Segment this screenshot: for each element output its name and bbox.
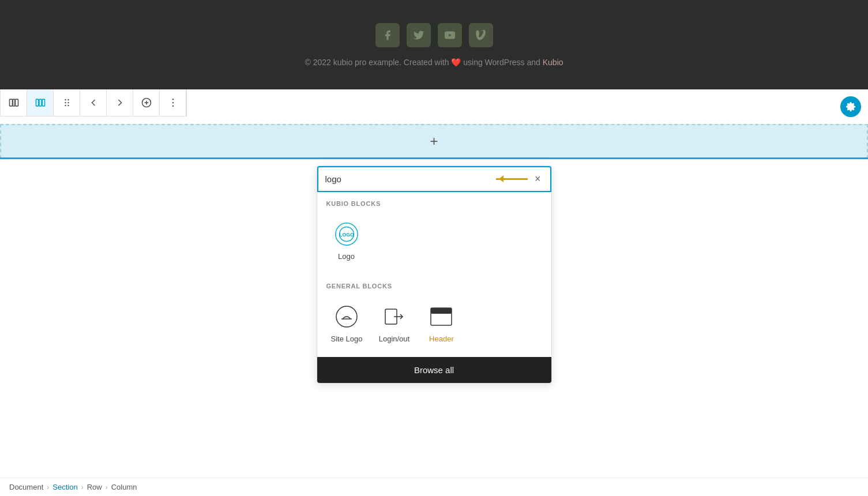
svg-point-8 <box>67 99 69 101</box>
breadcrumb-sep-3: › <box>106 483 108 491</box>
svg-point-17 <box>172 102 174 104</box>
breadcrumb-column[interactable]: Column <box>111 483 137 491</box>
general-blocks-section: GENERAL BLOCKS Site Logo <box>317 275 551 357</box>
logo-block-item[interactable]: LOGO Logo <box>326 216 367 265</box>
columns-layout-active-button[interactable] <box>27 89 54 116</box>
twitter-icon[interactable] <box>407 23 431 47</box>
breadcrumb-row[interactable]: Row <box>87 483 102 491</box>
section-divider-line <box>0 157 868 159</box>
logo-block-label: Logo <box>338 252 355 261</box>
block-search-popup: × KUBIO BLOCKS LOGO Logo <box>317 166 552 384</box>
breadcrumb-sep-1: › <box>47 483 49 491</box>
search-input-wrapper: × <box>317 166 551 192</box>
svg-point-11 <box>65 105 66 107</box>
footer-copyright: © 2022 kubio pro example. Created with ❤… <box>305 58 563 67</box>
login-out-block-icon <box>381 303 407 330</box>
navigate-forward-button[interactable] <box>107 89 133 116</box>
general-blocks-label: GENERAL BLOCKS <box>317 275 551 295</box>
login-out-block-label: Login/out <box>379 335 410 343</box>
breadcrumb-section[interactable]: Section <box>52 483 77 491</box>
kubio-blocks-grid: LOGO Logo <box>317 213 551 275</box>
svg-point-9 <box>65 102 66 104</box>
kubio-blocks-section: KUBIO BLOCKS LOGO Logo <box>317 192 551 275</box>
site-logo-block-icon <box>333 303 360 330</box>
search-input[interactable] <box>325 174 491 184</box>
header-block-item[interactable]: Header <box>421 299 461 348</box>
svg-point-18 <box>172 106 174 107</box>
svg-point-16 <box>172 99 174 100</box>
youtube-icon[interactable] <box>438 23 462 47</box>
settings-gear-button[interactable] <box>840 96 861 117</box>
facebook-icon[interactable] <box>375 23 400 47</box>
general-blocks-grid: Site Logo Login/out <box>317 295 551 357</box>
browse-all-button[interactable]: Browse all <box>317 357 551 383</box>
canvas-area: + × KUBIO BLOCKS LOGO <box>0 89 868 496</box>
block-toolbar <box>0 89 187 117</box>
svg-rect-2 <box>13 99 14 106</box>
svg-rect-5 <box>39 99 41 106</box>
vimeo-icon[interactable] <box>469 23 493 47</box>
breadcrumb-document[interactable]: Document <box>9 483 43 491</box>
breadcrumb-sep-2: › <box>81 483 84 491</box>
kubio-blocks-label: KUBIO BLOCKS <box>317 192 551 213</box>
add-section-plus-icon: + <box>430 133 438 149</box>
heart-icon: ❤️ <box>451 58 463 67</box>
login-out-block-item[interactable]: Login/out <box>374 299 414 348</box>
svg-point-10 <box>67 102 69 104</box>
section-add-area[interactable]: + <box>0 124 868 159</box>
svg-rect-3 <box>15 99 18 106</box>
kubio-link[interactable]: Kubio <box>543 58 563 67</box>
site-logo-block-item[interactable]: Site Logo <box>326 299 367 348</box>
svg-point-7 <box>65 99 66 101</box>
svg-rect-4 <box>36 99 38 106</box>
svg-rect-1 <box>9 99 12 106</box>
header-block-icon <box>428 303 454 330</box>
search-arrow-indicator <box>496 178 528 180</box>
columns-layout-button[interactable] <box>1 89 27 116</box>
svg-text:LOGO: LOGO <box>339 232 354 238</box>
logo-block-icon: LOGO <box>333 221 360 247</box>
arrow-line <box>496 178 528 180</box>
svg-point-12 <box>67 105 69 107</box>
svg-rect-6 <box>42 99 44 106</box>
navigate-back-button[interactable] <box>80 89 107 116</box>
search-clear-button[interactable]: × <box>532 173 543 185</box>
more-options-button[interactable] <box>160 89 186 116</box>
footer-bar: © 2022 kubio pro example. Created with ❤… <box>0 0 868 89</box>
move-handle[interactable] <box>54 89 80 116</box>
add-block-button[interactable] <box>133 89 160 116</box>
svg-rect-27 <box>431 308 452 314</box>
site-logo-block-label: Site Logo <box>331 335 363 343</box>
header-block-label: Header <box>429 335 454 343</box>
breadcrumb: Document › Section › Row › Column <box>0 478 868 496</box>
social-icons-group <box>375 23 493 47</box>
